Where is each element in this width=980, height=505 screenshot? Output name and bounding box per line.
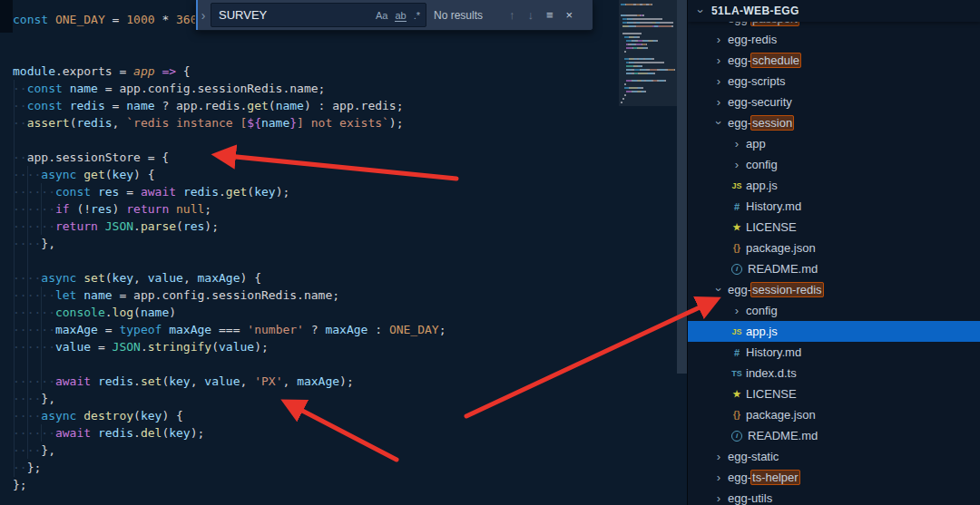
chevron-right-icon: ›: [711, 33, 726, 46]
minimap-line: [621, 73, 675, 74]
explorer-section-header[interactable]: › 51LA-WEB-EGG: [688, 0, 980, 22]
tree-item-label: egg-session-redis: [728, 283, 823, 296]
code-line: ··assert(redis, `redis instance [${name}…: [0, 114, 446, 131]
code-token: ,: [183, 271, 198, 285]
code-token: *: [155, 13, 176, 26]
tree-file-app.js[interactable]: JSapp.js: [688, 321, 980, 342]
code-token: [91, 185, 98, 199]
code-token: maxAge: [169, 323, 211, 336]
chevron-right-icon: ›: [711, 471, 726, 484]
filter-match-highlight: ts-helper: [750, 470, 800, 485]
minimap[interactable]: [619, 0, 677, 505]
find-collapse-icon[interactable]: ›: [196, 8, 211, 23]
minimap-line: [621, 69, 675, 71]
code-token: ===: [211, 323, 247, 336]
minimap-line: [621, 44, 675, 45]
minimap-line: [621, 18, 675, 20]
tree-item-label: egg-schedule: [728, 53, 800, 67]
tree-folder-egg-ts-helper[interactable]: ›egg-ts-helper: [688, 467, 980, 488]
tree-file-package.json[interactable]: {}package.json: [688, 238, 980, 258]
code-token: );: [276, 185, 290, 199]
code-token: ): [169, 306, 176, 319]
whole-word-icon[interactable]: ab: [391, 9, 409, 22]
tree-file-README.md[interactable]: iREADME.md: [688, 258, 980, 279]
tree-file-History.md[interactable]: #History.md: [688, 342, 980, 363]
code-token: if: [55, 202, 70, 216]
code-editor[interactable]: const ONE_DAY = 1000 * 3600 * 24;module.…: [0, 0, 687, 505]
find-widget-sash[interactable]: [196, 0, 198, 30]
tree-item-label: History.md: [746, 345, 801, 359]
tree-file-History.md[interactable]: #History.md: [688, 196, 980, 217]
code-token: (: [247, 185, 254, 199]
code-line: ··};: [0, 459, 446, 476]
match-case-icon[interactable]: Aa: [372, 9, 391, 22]
code-token: ONE_DAY: [55, 13, 105, 26]
tree-file-package.json[interactable]: {}package.json: [688, 404, 980, 425]
code-token: key: [141, 409, 162, 422]
minimap-token: [656, 40, 658, 42]
code-token: name: [70, 82, 98, 95]
find-in-selection-icon[interactable]: ≡: [540, 8, 560, 22]
minimap-token: [641, 87, 643, 89]
code-token: };: [27, 461, 42, 474]
code-token: ) : app.redis;: [304, 99, 404, 112]
tree-file-LICENSE[interactable]: ★LICENSE: [688, 384, 980, 404]
code-token: return: [55, 219, 98, 233]
filter-match-highlight: session: [750, 115, 794, 131]
label-text: egg-: [728, 53, 751, 67]
minimap-token: [652, 58, 654, 60]
tree-folder-egg-utils[interactable]: ›egg-utils: [688, 488, 980, 505]
code-token: );: [339, 374, 354, 388]
minimap-line: [621, 62, 675, 63]
regex-icon[interactable]: .*: [410, 9, 424, 22]
code-token: (: [133, 409, 141, 422]
code-token: (: [105, 168, 113, 181]
code-token: );: [389, 116, 404, 130]
code-line: ······if (!res) return null;: [0, 200, 446, 218]
tree-folder-egg-session[interactable]: ›egg-session: [688, 112, 980, 133]
tree-file-index.d.ts[interactable]: TSindex.d.ts: [688, 363, 980, 384]
minimap-token: [668, 69, 674, 71]
tree-folder-egg-security[interactable]: ›egg-security: [688, 92, 980, 112]
code-token: [169, 202, 176, 216]
tree-folder-egg-redis[interactable]: ›egg-redis: [688, 29, 980, 50]
tree-file-app.js[interactable]: JSapp.js: [688, 175, 980, 196]
tree-file-LICENSE[interactable]: ★LICENSE: [688, 217, 980, 238]
code-token: const: [27, 99, 63, 112]
code-token: key: [254, 185, 275, 199]
code-token: [48, 13, 55, 26]
whitespace-dots: ··: [13, 151, 27, 164]
find-close-icon[interactable]: ×: [560, 8, 580, 22]
find-previous-icon[interactable]: ↑: [503, 8, 522, 22]
code-token: ? app.redis.: [155, 99, 248, 112]
minimap-content: [621, 4, 675, 105]
code-content: const ONE_DAY = 1000 * 3600 * 24;module.…: [0, 11, 446, 493]
tree-file-README.md[interactable]: iREADME.md: [688, 425, 980, 446]
tree-folder-egg-session-redis[interactable]: ›egg-session-redis: [688, 279, 980, 300]
label-text: History.md: [746, 199, 801, 213]
find-input[interactable]: [217, 7, 372, 23]
label-text: egg-security: [728, 95, 792, 109]
tree-folder-app[interactable]: ›app: [688, 133, 980, 154]
tree-folder-egg-static[interactable]: ›egg-static: [688, 446, 980, 467]
minimap-token: [634, 62, 665, 63]
label-text: egg-scripts: [728, 74, 786, 88]
code-token: =: [105, 99, 126, 112]
code-line: [0, 131, 446, 149]
tree-folder-egg-scripts[interactable]: ›egg-scripts: [688, 71, 980, 92]
code-token: ,: [240, 374, 255, 388]
find-next-icon[interactable]: ↓: [522, 8, 541, 22]
tree-folder-egg-schedule[interactable]: ›egg-schedule: [688, 50, 980, 71]
code-line: [0, 252, 446, 269]
tree-folder-config[interactable]: ›config: [688, 300, 980, 321]
minimap-token: [650, 69, 657, 71]
editor-scrollbar[interactable]: [677, 0, 687, 374]
minimap-token: [626, 4, 632, 5]
find-widget: › Aa ab .* No results ↑ ↓ ≡ ×: [195, 0, 593, 31]
code-token: ONE_DAY: [389, 323, 439, 336]
tree-folder-config[interactable]: ›config: [688, 154, 980, 175]
minimap-line: [621, 36, 675, 38]
label-text: index.d.ts: [746, 366, 797, 380]
code-token: ;: [439, 323, 446, 336]
code-token: set: [141, 374, 162, 388]
